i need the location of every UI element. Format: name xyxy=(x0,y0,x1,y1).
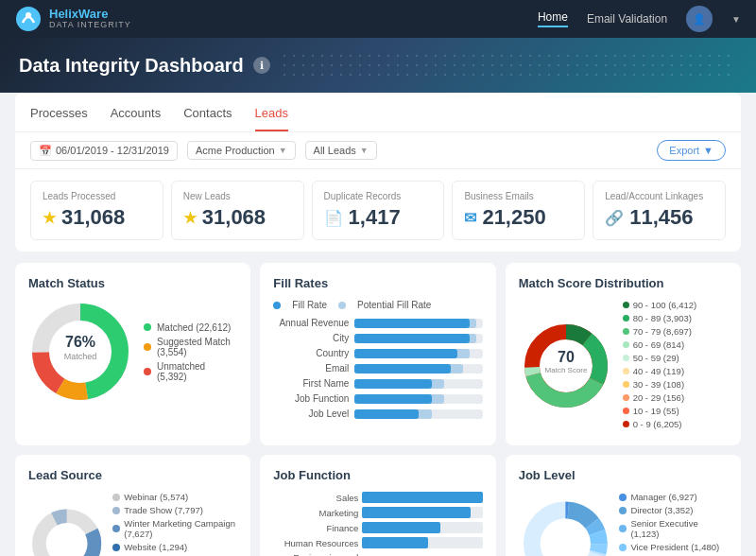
job-bar-0 xyxy=(362,492,482,503)
score-item-3: 60 - 69 (814) xyxy=(623,339,697,350)
job-row-3: Human Resources xyxy=(273,537,482,548)
svg-point-0 xyxy=(16,7,41,31)
export-label: Export xyxy=(669,145,699,156)
job-label-4: Engineering and Re... xyxy=(273,552,358,556)
job-level-legend: Manager (6,927) Director (3,352) Senior … xyxy=(619,492,728,556)
fill-label-1: City xyxy=(273,333,349,343)
nav-chevron[interactable]: ▼ xyxy=(731,14,741,25)
kpi-label-3: Business Emails xyxy=(464,191,573,201)
svg-text:Matched: Matched xyxy=(64,352,97,361)
match-score-legend: 90 - 100 (6,412) 80 - 89 (3,903) 70 - 79… xyxy=(623,300,697,432)
job-function-title: Job Function xyxy=(273,468,482,482)
dot-pattern xyxy=(280,51,737,79)
fill-label-0: Annual Revenue xyxy=(273,318,349,328)
kpi-value-4: 🔗 11,456 xyxy=(605,205,713,230)
fill-bar-inner-5 xyxy=(354,394,431,404)
export-button[interactable]: Export ▼ xyxy=(657,140,726,161)
score-item-6: 30 - 39 (108) xyxy=(623,379,697,390)
fill-rate-dot xyxy=(273,302,281,309)
nav-avatar[interactable]: 👤 xyxy=(686,6,713,32)
doc-icon: 📄 xyxy=(324,209,343,227)
legend-unmatched: Unmatched (5,392) xyxy=(144,361,237,382)
fill-label-5: Job Function xyxy=(273,393,349,404)
match-status-card: Match Status 76% Matched xyxy=(15,263,250,445)
score-item-4: 50 - 59 (29) xyxy=(623,353,697,363)
match-score-content: 70 Match Score 90 - 100 (6,412) 80 - 89 … xyxy=(519,300,728,432)
account-filter[interactable]: Acme Production ▼ xyxy=(187,141,296,160)
jl-dot-1 xyxy=(619,507,627,514)
job-label-3: Human Resources xyxy=(273,538,358,548)
top-nav-menu: Home Email Validation 👤 ▼ xyxy=(538,6,741,32)
score-dot-8 xyxy=(623,408,629,414)
date-range-filter[interactable]: 📅 06/01/2019 - 12/31/2019 xyxy=(30,141,178,161)
fill-row-2: Country xyxy=(273,348,482,358)
job-row-2: Finance xyxy=(273,522,482,533)
kpi-value-2: 📄 1,417 xyxy=(324,205,433,230)
score-item-1: 80 - 89 (3,903) xyxy=(623,313,697,323)
tab-accounts[interactable]: Accounts xyxy=(111,93,161,131)
potential-fill-dot xyxy=(338,302,346,309)
job-level-item-0: Manager (6,927) xyxy=(619,492,728,502)
tab-leads[interactable]: Leads xyxy=(255,93,288,131)
svg-text:Match Score: Match Score xyxy=(544,366,587,374)
score-dot-7 xyxy=(623,394,629,401)
star-icon-0: ★ xyxy=(43,209,56,227)
kpi-label-0: Leads Processed xyxy=(43,191,151,201)
fill-bar-inner-4 xyxy=(354,379,431,389)
info-icon[interactable]: ℹ xyxy=(253,57,270,74)
suggested-dot xyxy=(144,343,151,351)
lead-source-card: Lead Source Webinar (5,574) Trade Show xyxy=(15,455,250,556)
charts-row-1: Match Status 76% Matched xyxy=(15,263,741,445)
job-level-item-3: Vice President (1,480) xyxy=(619,542,728,552)
kpi-duplicate-records: Duplicate Records 📄 1,417 xyxy=(312,181,445,240)
kpi-business-emails: Business Emails ✉ 21,250 xyxy=(452,181,585,240)
lead-source-svg xyxy=(28,496,105,557)
job-level-content: Manager (6,927) Director (3,352) Senior … xyxy=(519,492,728,556)
lead-source-legend: Webinar (5,574) Trade Show (7,797) Winte… xyxy=(112,492,237,556)
logo: HelixWare DATA INTEGRITY xyxy=(15,6,131,32)
match-status-donut: 76% Matched xyxy=(28,300,132,404)
score-item-9: 0 - 9 (6,205) xyxy=(623,419,697,429)
kpi-label-1: New Leads xyxy=(183,191,292,201)
job-bar-2 xyxy=(362,522,482,533)
main-content: Processes Accounts Contacts Leads 📅 06/0… xyxy=(0,93,756,556)
job-function-card: Job Function Sales Marketing Finance xyxy=(260,455,495,556)
score-dot-6 xyxy=(623,381,629,388)
nav-email-validation[interactable]: Email Validation xyxy=(587,12,667,26)
potential-fill-legend-label: Potential Fill Rate xyxy=(357,300,431,310)
job-label-2: Finance xyxy=(273,523,358,533)
fill-rates-card: Fill Rates Fill Rate Potential Fill Rate… xyxy=(260,263,495,445)
match-score-card: Match Score Distribution 70 Match Score … xyxy=(506,263,741,445)
fill-bar-inner-6 xyxy=(354,409,419,419)
score-dot-1 xyxy=(623,315,629,321)
fill-bar-bg-0 xyxy=(354,319,482,328)
fill-bar-bg-2 xyxy=(354,349,482,358)
kpi-new-leads: New Leads ★ 31,068 xyxy=(171,181,304,240)
kpi-value-3: ✉ 21,250 xyxy=(464,205,573,230)
match-donut-svg: 76% Matched xyxy=(28,300,132,404)
fill-bar-inner-3 xyxy=(354,364,450,374)
fill-bar-bg-5 xyxy=(354,394,482,404)
fill-row-1: City xyxy=(273,333,482,343)
score-dot-3 xyxy=(623,341,629,348)
match-status-content: 76% Matched Matched (22,612) Suggested M… xyxy=(28,300,237,404)
fill-label-4: First Name xyxy=(273,378,349,389)
fill-bar-bg-6 xyxy=(354,409,482,419)
calendar-icon: 📅 xyxy=(39,145,52,157)
fill-label-6: Job Level xyxy=(273,408,349,419)
match-score-title: Match Score Distribution xyxy=(519,276,728,290)
tab-contacts[interactable]: Contacts xyxy=(183,93,232,131)
fill-bar-inner-0 xyxy=(354,319,470,328)
lead-source-title: Lead Source xyxy=(28,468,237,482)
tab-processes[interactable]: Processes xyxy=(30,93,88,131)
nav-home[interactable]: Home xyxy=(538,10,568,27)
svg-text:76%: 76% xyxy=(65,334,95,350)
fill-bar-bg-1 xyxy=(354,334,482,343)
kpi-value-0: ★ 31,068 xyxy=(43,205,151,230)
score-item-2: 70 - 79 (8,697) xyxy=(623,326,697,337)
logo-text: HelixWare DATA INTEGRITY xyxy=(49,8,131,30)
lead-filter[interactable]: All Leads ▼ xyxy=(305,141,377,160)
top-nav: HelixWare DATA INTEGRITY Home Email Vali… xyxy=(0,0,756,38)
svg-point-1 xyxy=(26,12,31,18)
filters-row: 📅 06/01/2019 - 12/31/2019 Acme Productio… xyxy=(15,132,741,169)
